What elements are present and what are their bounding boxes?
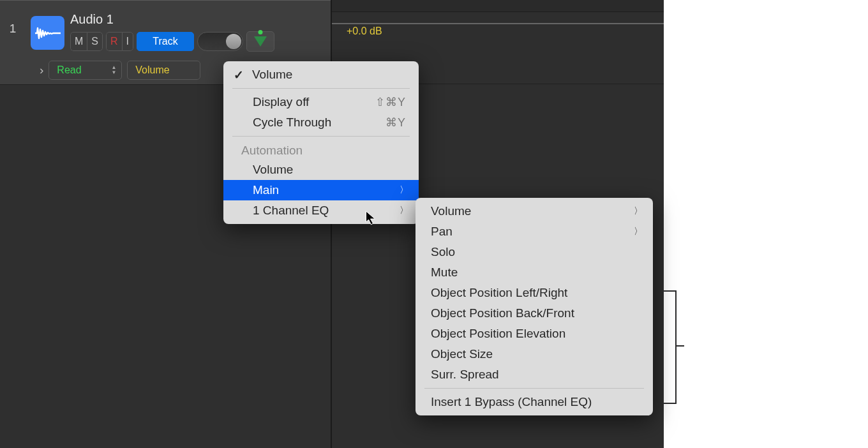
menu-item-shortcut: ⌘Y	[385, 116, 406, 130]
track-number: 1	[0, 1, 26, 57]
automation-value-label: +0.0 dB	[347, 26, 382, 37]
menu-item-label: Volume	[431, 204, 471, 218]
menu-item-automation-channeleq[interactable]: 1 Channel EQ 〉	[223, 200, 419, 221]
disclosure-chevron-icon[interactable]: ›	[40, 63, 43, 77]
automation-toggle[interactable]	[246, 31, 274, 52]
submenu-item-surr-spread[interactable]: Surr. Spread	[415, 364, 653, 385]
menu-item-label: 1 Channel EQ	[253, 204, 329, 218]
chevron-right-icon: 〉	[634, 205, 643, 217]
callout-bracket	[661, 290, 677, 404]
mute-button[interactable]: M	[70, 32, 87, 51]
menu-item-label: Pan	[431, 225, 453, 239]
timeline-ruler[interactable]	[331, 0, 664, 12]
automation-parameter-select[interactable]: Volume	[127, 61, 200, 80]
automation-mode-value: Read	[57, 64, 81, 76]
callout-bracket-stem	[675, 345, 684, 347]
menu-item-automation-main[interactable]: Main 〉	[223, 180, 419, 200]
menu-item-label: Object Position Elevation	[431, 327, 565, 341]
track-buttons-row: M S R I Track	[70, 31, 274, 52]
updown-icon: ▲▼	[111, 65, 116, 75]
automation-triangle-icon	[251, 34, 269, 49]
menu-item-automation-volume[interactable]: Volume	[223, 160, 419, 180]
menu-item-label: Object Position Left/Right	[431, 286, 567, 300]
track-name[interactable]: Audio 1	[70, 12, 114, 27]
record-enable-button[interactable]: R	[106, 32, 122, 51]
submenu-item-object-elev[interactable]: Object Position Elevation	[415, 324, 653, 344]
submenu-item-object-bf[interactable]: Object Position Back/Front	[415, 303, 653, 324]
submenu-item-insert-bypass[interactable]: Insert 1 Bypass (Channel EQ)	[415, 392, 653, 412]
menu-item-label: Volume	[252, 68, 292, 82]
menu-item-label: Solo	[431, 245, 455, 259]
automation-parameter-menu: ✓ Volume Display off ⇧⌘Y Cycle Through ⌘…	[223, 61, 419, 224]
submenu-item-solo[interactable]: Solo	[415, 242, 653, 262]
menu-separator	[232, 88, 410, 89]
automation-mode-select[interactable]: Read ▲▼	[49, 61, 122, 80]
chevron-right-icon: 〉	[400, 205, 408, 216]
solo-button[interactable]: S	[87, 32, 103, 51]
svg-marker-1	[366, 211, 375, 225]
menu-item-label: Main	[253, 183, 279, 197]
automation-line[interactable]	[331, 23, 664, 25]
menu-item-display-off[interactable]: Display off ⇧⌘Y	[223, 92, 419, 112]
automation-main-submenu: Volume 〉 Pan 〉 Solo Mute Object Position…	[415, 198, 653, 415]
page-background	[664, 0, 868, 448]
menu-item-label: Volume	[253, 163, 293, 177]
submenu-item-volume[interactable]: Volume 〉	[415, 201, 653, 221]
toggle-knob	[226, 34, 241, 49]
waveform-icon	[35, 26, 61, 41]
submenu-item-pan[interactable]: Pan 〉	[415, 221, 653, 242]
submenu-item-object-size[interactable]: Object Size	[415, 344, 653, 364]
tracks-area: +0.0 dB 1 Audio 1 M S R I Track	[0, 0, 664, 448]
submenu-item-mute[interactable]: Mute	[415, 262, 653, 283]
menu-item-label: Object Position Back/Front	[431, 306, 574, 320]
checkmark-icon: ✓	[234, 68, 244, 82]
menu-item-label: Cycle Through	[253, 116, 331, 130]
cursor-icon	[365, 211, 377, 226]
menu-section-automation: Automation	[223, 140, 419, 160]
input-monitor-button[interactable]: I	[122, 32, 133, 51]
automation-active-indicator	[258, 30, 263, 34]
chevron-right-icon: 〉	[634, 226, 643, 237]
track-automation-button[interactable]: Track	[137, 32, 194, 51]
track-type-icon[interactable]	[31, 16, 64, 50]
menu-item-label: Insert 1 Bypass (Channel EQ)	[431, 395, 592, 409]
menu-item-label: Mute	[431, 265, 458, 280]
submenu-item-object-lr[interactable]: Object Position Left/Right	[415, 283, 653, 303]
menu-item-current[interactable]: ✓ Volume	[223, 64, 419, 85]
menu-item-cycle-through[interactable]: Cycle Through ⌘Y	[223, 112, 419, 133]
automation-parameter-value: Volume	[135, 64, 169, 76]
chevron-right-icon: 〉	[400, 184, 408, 196]
svg-marker-0	[254, 36, 267, 47]
on-off-toggle[interactable]	[197, 32, 243, 51]
menu-item-label: Object Size	[431, 347, 493, 361]
automation-controls-row: › Read ▲▼ Volume	[40, 61, 200, 80]
menu-separator	[232, 136, 410, 137]
menu-item-label: Display off	[253, 95, 309, 109]
menu-item-shortcut: ⇧⌘Y	[375, 95, 406, 109]
menu-separator	[424, 388, 644, 389]
menu-item-label: Surr. Spread	[431, 368, 499, 382]
